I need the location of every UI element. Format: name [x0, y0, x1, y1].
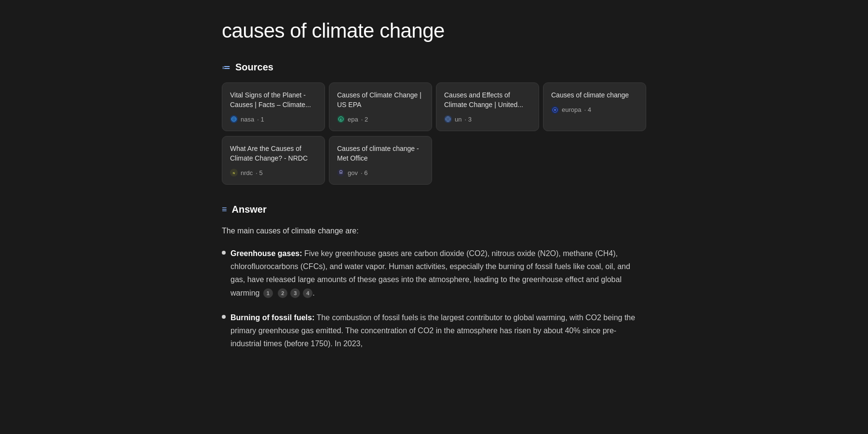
bullet-dot-1: [222, 251, 226, 255]
citation-3[interactable]: 3: [290, 288, 300, 298]
citation-2[interactable]: 2: [278, 288, 287, 298]
answer-item-fossil-fuels-text: Burning of fossil fuels: The combustion …: [231, 311, 646, 351]
answer-item-greenhouse: Greenhouse gases: Five key greenhouse ga…: [222, 247, 646, 299]
source-domain-gov: gov: [348, 169, 358, 176]
source-domain-epa: epa: [348, 116, 358, 123]
citation-group: 2 3 4: [276, 288, 312, 298]
sources-section-header: ≔ Sources: [222, 62, 646, 73]
source-card-gov[interactable]: Causes of climate change - Met Office go…: [329, 136, 432, 185]
sources-icon: ≔: [222, 62, 231, 73]
bullet-dot-2: [222, 315, 226, 319]
answer-title: Answer: [232, 204, 267, 215]
citation-1[interactable]: 1: [263, 288, 273, 298]
main-container: causes of climate change ≔ Sources Vital…: [193, 0, 675, 381]
svg-text:N: N: [233, 172, 235, 175]
empty-cell-2: [543, 136, 646, 185]
source-meta-nrdc: N nrdc · 5: [230, 169, 317, 176]
un-favicon: [444, 115, 452, 123]
source-card-nrdc[interactable]: What Are the Causes of Climate Change? -…: [222, 136, 325, 185]
nasa-favicon: [230, 115, 238, 123]
greenhouse-term: Greenhouse gases:: [231, 249, 302, 258]
source-meta-nasa: nasa · 1: [230, 115, 317, 123]
citation-4[interactable]: 4: [303, 288, 312, 298]
source-domain-nasa: nasa: [241, 116, 254, 123]
source-meta-europa: europa · 4: [551, 106, 638, 114]
source-domain-un: un: [455, 116, 461, 123]
source-number-un: · 3: [464, 116, 471, 123]
source-domain-europa: europa: [562, 106, 581, 113]
source-number-nrdc: · 5: [256, 169, 262, 176]
sources-grid-row2: What Are the Causes of Climate Change? -…: [222, 136, 646, 185]
source-meta-un: un · 3: [444, 115, 531, 123]
source-title-gov: Causes of climate change - Met Office: [337, 144, 424, 163]
sources-title: Sources: [235, 62, 273, 73]
svg-text:E: E: [340, 118, 342, 121]
page-title: causes of climate change: [222, 19, 646, 42]
source-title-un: Causes and Effects of Climate Change | U…: [444, 91, 531, 109]
source-number-europa: · 4: [584, 106, 591, 113]
answer-intro: The main causes of climate change are:: [222, 225, 646, 237]
empty-cell-1: [436, 136, 539, 185]
answer-icon: ≡: [222, 204, 227, 215]
sources-grid-row1: Vital Signs of the Planet - Causes | Fac…: [222, 82, 646, 131]
epa-favicon: E: [337, 115, 345, 123]
gov-favicon: [337, 169, 345, 176]
answer-item-greenhouse-text: Greenhouse gases: Five key greenhouse ga…: [231, 247, 646, 299]
svg-point-0: [231, 117, 236, 122]
source-card-un[interactable]: Causes and Effects of Climate Change | U…: [436, 82, 539, 131]
source-meta-epa: E epa · 2: [337, 115, 424, 123]
source-number-epa: · 2: [361, 116, 368, 123]
svg-point-9: [554, 109, 556, 111]
source-title-epa: Causes of Climate Change | US EPA: [337, 91, 424, 109]
source-card-nasa[interactable]: Vital Signs of the Planet - Causes | Fac…: [222, 82, 325, 131]
europa-favicon: [551, 106, 559, 114]
answer-list: Greenhouse gases: Five key greenhouse ga…: [222, 247, 646, 350]
source-number-nasa: · 1: [257, 116, 264, 123]
answer-section-header: ≡ Answer: [222, 204, 646, 215]
nrdc-favicon: N: [230, 169, 238, 176]
source-card-epa[interactable]: Causes of Climate Change | US EPA E epa …: [329, 82, 432, 131]
source-domain-nrdc: nrdc: [241, 169, 253, 176]
source-card-europa[interactable]: Causes of climate change europa · 4: [543, 82, 646, 131]
answer-section: ≡ Answer The main causes of climate chan…: [222, 204, 646, 350]
fossil-fuels-term: Burning of fossil fuels:: [231, 313, 314, 322]
source-number-gov: · 6: [361, 169, 367, 176]
source-meta-gov: gov · 6: [337, 169, 424, 176]
source-title-nrdc: What Are the Causes of Climate Change? -…: [230, 144, 317, 163]
source-title-nasa: Vital Signs of the Planet - Causes | Fac…: [230, 91, 317, 109]
source-title-europa: Causes of climate change: [551, 91, 638, 100]
answer-item-fossil-fuels: Burning of fossil fuels: The combustion …: [222, 311, 646, 351]
